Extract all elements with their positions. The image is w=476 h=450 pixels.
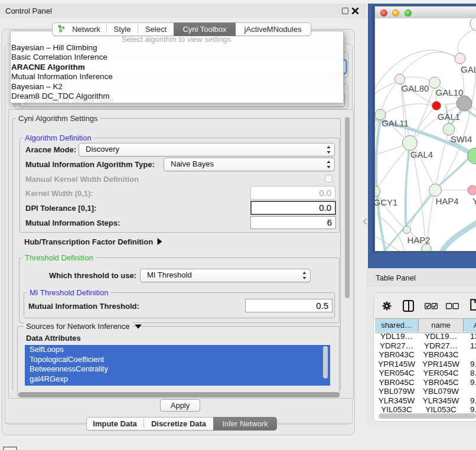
svg-text:GCY1: GCY1 <box>375 197 397 207</box>
svg-text:GAL1: GAL1 <box>438 112 460 122</box>
svg-text:GAL11: GAL11 <box>382 118 409 128</box>
svg-text:HAP4: HAP4 <box>435 196 458 206</box>
svg-text:GAL7: GAL7 <box>461 64 476 74</box>
svg-text:Y: Y <box>472 196 476 206</box>
svg-text:GAL4: GAL4 <box>410 149 433 159</box>
svg-text:GAL80: GAL80 <box>402 83 429 93</box>
svg-text:GAL10: GAL10 <box>436 87 464 97</box>
svg-text:SWI4: SWI4 <box>451 134 472 144</box>
svg-text:HAP2: HAP2 <box>407 235 430 245</box>
